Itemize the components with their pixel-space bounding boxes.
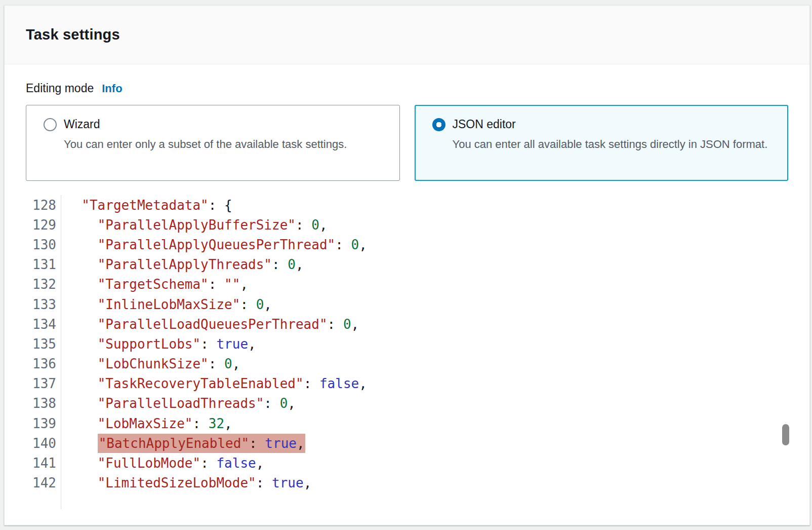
code-line-content: "BatchApplyEnabled": true, <box>61 436 305 451</box>
code-line-129[interactable]: 129 "ParallelApplyBufferSize": 0, <box>26 215 788 235</box>
code-line-139[interactable]: 139 "LobMaxSize": 32, <box>26 413 788 433</box>
panel-body: Editing mode Info Wizard You can enter o… <box>5 64 809 509</box>
json-editor-option-tile[interactable]: JSON editor You can enter all available … <box>415 105 789 181</box>
line-number: 128 <box>26 195 61 215</box>
code-line-134[interactable]: 134 "ParallelLoadQueuesPerThread": 0, <box>26 314 788 334</box>
code-line-131[interactable]: 131 "ParallelApplyThreads": 0, <box>26 255 788 275</box>
editing-mode-row: Editing mode Info <box>26 82 788 95</box>
line-number: 140 <box>26 433 61 453</box>
json-code-editor[interactable]: 128 "TargetMetadata": {129 "ParallelAppl… <box>26 195 788 509</box>
json-editor-tile-text: JSON editor You can enter all available … <box>445 117 768 153</box>
gutter-filler <box>26 493 61 509</box>
code-line-content: "ParallelApplyQueuesPerThread": 0, <box>61 237 367 252</box>
code-line-content: "ParallelLoadThreads": 0, <box>61 396 296 411</box>
code-line-138[interactable]: 138 "ParallelLoadThreads": 0, <box>26 394 788 413</box>
code-line-132[interactable]: 132 "TargetSchema": "", <box>26 275 788 294</box>
wizard-option-tile[interactable]: Wizard You can enter only a subset of th… <box>26 105 400 181</box>
code-line-content: "InlineLobMaxSize": 0, <box>61 297 272 312</box>
code-line-content: "ParallelApplyThreads": 0, <box>61 257 304 272</box>
line-number: 133 <box>26 294 61 314</box>
code-line-content: "LobChunkSize": 0, <box>61 356 240 371</box>
code-line-130[interactable]: 130 "ParallelApplyQueuesPerThread": 0, <box>26 235 788 254</box>
code-line-content: "TaskRecoveryTableEnabled": false, <box>61 376 367 391</box>
code-line-136[interactable]: 136 "LobChunkSize": 0, <box>26 354 788 374</box>
line-number: 135 <box>26 334 61 354</box>
editor-scrollbar-thumb[interactable] <box>782 424 789 445</box>
line-number: 139 <box>26 413 61 433</box>
json-editor-option-title: JSON editor <box>453 117 768 132</box>
code-line-content: "FullLobMode": false, <box>61 456 264 471</box>
panel-header: Task settings <box>5 6 809 64</box>
code-line-135[interactable]: 135 "SupportLobs": true, <box>26 334 788 354</box>
code-line-128[interactable]: 128 "TargetMetadata": { <box>26 195 788 215</box>
code-line-142[interactable]: 142 "LimitedSizeLobMode": true, <box>26 473 788 493</box>
json-editor-radio-icon[interactable] <box>432 118 445 131</box>
code-line-content: "TargetSchema": "", <box>61 277 248 292</box>
code-line-133[interactable]: 133 "InlineLobMaxSize": 0, <box>26 294 788 314</box>
line-number: 137 <box>26 374 61 394</box>
line-number: 141 <box>26 453 61 473</box>
line-number: 132 <box>26 275 61 294</box>
line-number: 142 <box>26 473 61 493</box>
line-number: 136 <box>26 354 61 374</box>
line-number: 129 <box>26 215 61 235</box>
line-number: 131 <box>26 255 61 275</box>
code-line-content: "TargetMetadata": { <box>61 198 232 213</box>
code-line-content: "ParallelLoadQueuesPerThread": 0, <box>61 317 359 332</box>
wizard-option-description: You can enter only a subset of the avail… <box>64 136 347 153</box>
wizard-option-title: Wizard <box>64 117 347 132</box>
code-line-141[interactable]: 141 "FullLobMode": false, <box>26 453 788 473</box>
line-number: 134 <box>26 314 61 334</box>
code-line-content: "LimitedSizeLobMode": true, <box>61 475 311 490</box>
info-link[interactable]: Info <box>102 82 122 95</box>
wizard-tile-text: Wizard You can enter only a subset of th… <box>57 117 347 153</box>
line-number: 130 <box>26 235 61 254</box>
editing-mode-label: Editing mode <box>26 82 94 95</box>
line-number: 138 <box>26 394 61 413</box>
editing-mode-options: Wizard You can enter only a subset of th… <box>26 105 788 181</box>
code-lines-container: 128 "TargetMetadata": {129 "ParallelAppl… <box>26 195 788 509</box>
code-line-content: "ParallelApplyBufferSize": 0, <box>61 217 328 233</box>
highlighted-code: "BatchApplyEnabled": true, <box>98 434 305 453</box>
code-line-content: "SupportLobs": true, <box>61 336 256 352</box>
code-line-140[interactable]: 140 "BatchApplyEnabled": true, <box>26 433 788 453</box>
task-settings-panel: Task settings Editing mode Info Wizard Y… <box>4 5 810 525</box>
wizard-radio-icon[interactable] <box>44 118 57 131</box>
code-filler-row <box>26 493 788 509</box>
code-line-content: "LobMaxSize": 32, <box>61 416 232 431</box>
json-editor-option-description: You can enter all available task setting… <box>453 136 768 153</box>
code-line-137[interactable]: 137 "TaskRecoveryTableEnabled": false, <box>26 374 788 394</box>
panel-title: Task settings <box>26 26 120 43</box>
